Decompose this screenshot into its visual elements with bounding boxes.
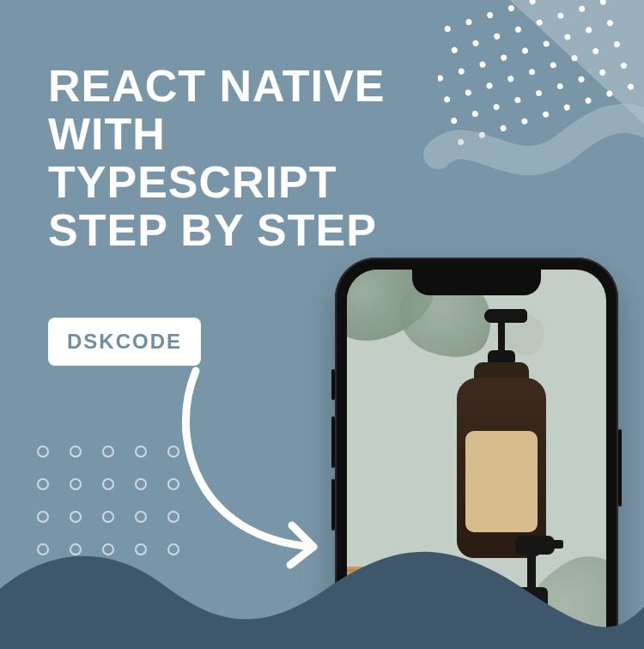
svg-point-66: [103, 512, 113, 522]
svg-point-31: [528, 68, 536, 76]
phone-power-button: [618, 429, 622, 506]
svg-point-72: [136, 544, 146, 555]
svg-point-25: [585, 27, 592, 34]
svg-point-2: [465, 18, 473, 26]
svg-point-38: [493, 103, 501, 111]
corner-triangle: [472, 0, 644, 172]
svg-point-52: [605, 90, 613, 98]
svg-point-1: [444, 25, 452, 33]
title-line-3: TYPESCRIPT: [48, 157, 337, 207]
title-line-1: REACT NATIVE: [48, 61, 385, 111]
svg-point-48: [520, 118, 528, 125]
brand-badge: DSKCODE: [48, 318, 201, 366]
svg-point-55: [70, 446, 81, 457]
svg-point-61: [103, 479, 113, 489]
svg-point-20: [479, 61, 487, 69]
svg-point-56: [103, 446, 113, 457]
phone-screen: [347, 270, 606, 649]
svg-point-26: [606, 20, 614, 27]
svg-point-5: [529, 0, 537, 5]
svg-point-32: [550, 61, 557, 69]
svg-point-58: [168, 446, 179, 457]
svg-point-12: [493, 33, 501, 40]
svg-point-71: [103, 544, 113, 555]
svg-point-21: [500, 54, 507, 62]
svg-point-35: [613, 40, 621, 48]
svg-point-57: [136, 446, 146, 457]
svg-point-34: [592, 47, 599, 55]
svg-point-64: [38, 512, 48, 522]
spray-bottle-illustration: [484, 527, 579, 649]
svg-point-37: [471, 110, 479, 118]
dot-grid-decoration: [33, 441, 196, 561]
svg-point-40: [535, 89, 543, 97]
svg-point-42: [578, 76, 586, 83]
svg-point-68: [168, 512, 179, 522]
svg-point-3: [486, 11, 494, 19]
pump-bottle-illustration: [450, 300, 553, 558]
svg-point-65: [70, 512, 81, 522]
page-title: REACT NATIVE WITH TYPESCRIPT STEP BY STE…: [48, 62, 460, 255]
phone-volume-down: [331, 479, 335, 531]
svg-point-49: [542, 111, 550, 118]
svg-point-13: [514, 26, 522, 33]
svg-point-43: [598, 69, 606, 76]
svg-point-46: [478, 131, 486, 139]
svg-point-17: [599, 0, 607, 6]
svg-point-4: [507, 4, 515, 12]
phone-notch: [412, 270, 541, 295]
svg-point-29: [486, 82, 494, 89]
svg-point-39: [513, 96, 521, 104]
svg-point-15: [557, 12, 565, 20]
svg-point-67: [136, 512, 146, 522]
svg-point-30: [507, 75, 514, 82]
brand-badge-label: DSKCODE: [67, 330, 182, 353]
svg-point-10: [451, 46, 459, 54]
corner-dot-pattern: [438, 0, 644, 172]
svg-point-70: [70, 544, 81, 555]
title-line-4: STEP BY STEP: [48, 205, 377, 255]
promo-card: REACT NATIVE WITH TYPESCRIPT STEP BY STE…: [0, 0, 644, 649]
svg-point-62: [136, 479, 146, 489]
phone-mute-switch: [331, 369, 335, 400]
svg-point-11: [472, 39, 480, 47]
svg-point-54: [38, 446, 48, 457]
svg-point-53: [627, 83, 635, 91]
svg-point-24: [564, 33, 572, 41]
svg-point-73: [168, 544, 179, 555]
svg-point-22: [521, 47, 529, 55]
svg-point-44: [620, 62, 628, 70]
svg-point-63: [168, 479, 179, 489]
phone-mockup: [335, 258, 618, 649]
svg-point-28: [465, 88, 472, 96]
svg-point-47: [500, 124, 507, 132]
svg-point-33: [571, 54, 579, 62]
svg-point-51: [585, 97, 592, 105]
svg-point-23: [543, 40, 550, 48]
svg-point-60: [70, 479, 81, 489]
svg-point-69: [38, 544, 48, 555]
svg-point-50: [563, 104, 571, 112]
svg-point-59: [38, 479, 48, 489]
svg-point-16: [578, 5, 586, 13]
phone-volume-up: [331, 416, 335, 468]
svg-point-41: [556, 82, 564, 90]
wooden-jar-illustration: [347, 567, 438, 649]
title-line-2: WITH: [48, 109, 166, 159]
svg-point-14: [536, 19, 544, 27]
